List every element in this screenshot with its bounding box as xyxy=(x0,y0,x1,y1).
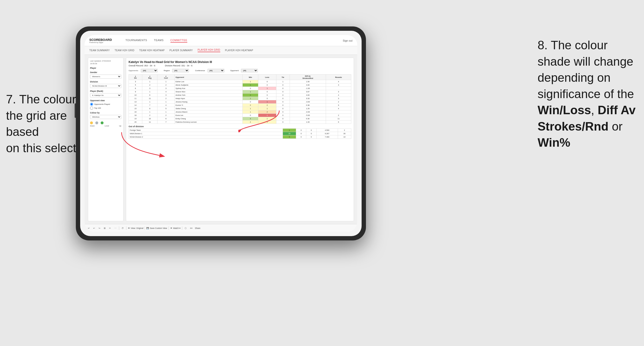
ann-right-or: or xyxy=(612,120,622,133)
view-original-btn[interactable]: 👁 View: Original xyxy=(128,227,143,229)
logo-subtitle: Powered by clippd xyxy=(89,42,119,43)
cut-btn[interactable]: ✂ xyxy=(108,226,112,230)
cell-loss: 0 xyxy=(258,94,276,97)
cell-opponent: Andrea York xyxy=(174,94,243,97)
out-of-division-label: Out of division xyxy=(128,124,351,128)
cell-div: 13 xyxy=(129,100,142,104)
cell-win: 0 xyxy=(243,100,258,104)
colour-by-select[interactable]: Win/loss xyxy=(90,115,121,119)
clock-btn[interactable]: ⏱ xyxy=(120,226,125,230)
bottom-toolbar: ↩ ↩ ↪ ⊞ ✂ ⋯ ⏱ 👁 View: Original 💾 Save Cu… xyxy=(84,224,357,232)
share-btn[interactable]: Share xyxy=(195,227,200,229)
save-custom-label: Save Custom View xyxy=(150,227,167,229)
more-btn[interactable]: ⋯ xyxy=(114,226,118,230)
cell-conf: 5 xyxy=(158,107,174,110)
subnav-player-h2h-heatmap[interactable]: PLAYER H2H HEATMAP xyxy=(225,49,253,52)
cell-reg: 1 xyxy=(142,90,158,94)
cell-conf: 2 xyxy=(158,114,174,117)
cell-out-diff: 7.400 xyxy=(316,135,338,139)
tb-btn2[interactable]: ≡≡ xyxy=(189,226,194,230)
cell-rounds xyxy=(326,110,351,114)
cell-win: 1 xyxy=(243,107,258,110)
grid-title: Katelyn Vo Head-to-Head Grid for Women's… xyxy=(128,60,351,64)
grid-btn[interactable]: ⊞ xyxy=(103,226,107,230)
filter-region-label: Region xyxy=(164,69,170,72)
cell-diff: 0.30 xyxy=(290,117,326,121)
cell-loss: 2 xyxy=(258,104,276,107)
filter-conference-select[interactable]: (All) xyxy=(208,69,224,72)
cell-conf: 7 xyxy=(158,121,174,124)
cell-out-loss: 0 xyxy=(296,132,306,135)
cell-out-rounds: 2 xyxy=(338,129,351,132)
cell-opponent: Jessica Huang xyxy=(174,100,243,104)
cell-opponent: Jessica Mason xyxy=(174,110,243,114)
radio-top100[interactable]: Top 100 xyxy=(90,107,121,110)
table-header-row: # Div # Reg # Conf xyxy=(129,75,351,80)
cell-diff: -3.00 xyxy=(290,100,326,104)
colour-by-label: Colour by xyxy=(90,112,121,114)
ann-right-bold2: Diff Av xyxy=(598,103,636,117)
cell-div: 18 xyxy=(129,114,142,117)
table-row: 9 1 4 Sharon Mun 1 0 0 3.67 3 xyxy=(129,90,351,94)
subnav-team-h2h-grid[interactable]: TEAM H2H GRID xyxy=(114,49,134,52)
cell-reg: 6 xyxy=(142,94,158,97)
cell-diff: 3.67 xyxy=(290,90,326,94)
cell-win: 1 xyxy=(243,110,258,114)
cell-out-tie: 0 xyxy=(306,132,316,135)
table-row: 11 11 2 Heejo Hyun 1 0 0 3.33 3 xyxy=(129,97,351,100)
cell-div: 16 xyxy=(129,110,142,114)
cell-out-win: 15 xyxy=(283,132,296,135)
nav-teams[interactable]: TEAMS xyxy=(154,39,164,42)
redo-btn[interactable]: ↪ xyxy=(98,226,101,230)
cell-div: 3 xyxy=(129,80,142,83)
subnav-team-summary[interactable]: TEAM SUMMARY xyxy=(89,49,110,52)
save-icon: 💾 xyxy=(146,227,149,229)
cell-rounds: 4 xyxy=(326,107,351,110)
cell-out-win: 5 xyxy=(283,135,296,139)
cell-opponent: Stella Cheng xyxy=(174,107,243,110)
subnav-player-h2h-grid[interactable]: PLAYER H2H GRID xyxy=(198,49,220,52)
player-rank-select[interactable]: 8. Katelyn Vo xyxy=(90,93,121,97)
radio-opponents-played[interactable]: Opponents Played xyxy=(90,103,121,106)
gender-select[interactable]: Women's xyxy=(90,75,121,79)
cell-rounds: 6 xyxy=(326,121,351,124)
cell-loss: 1 xyxy=(258,121,276,124)
filter-region-select[interactable]: (All) xyxy=(172,69,189,72)
cell-opponent: Esther Lee xyxy=(174,80,243,83)
nav-sign-out[interactable]: Sign out xyxy=(343,39,352,42)
watch-label: Watch ▾ xyxy=(173,227,180,229)
filter-opponents-select[interactable]: (All) xyxy=(141,69,158,72)
cell-win: 2 xyxy=(243,104,258,107)
save-custom-btn[interactable]: 💾 Save Custom View xyxy=(146,227,167,229)
subnav-player-summary[interactable]: PLAYER SUMMARY xyxy=(170,49,193,52)
main-content: Last Updated: 27/03/2024 16:55:38 Player… xyxy=(84,55,357,224)
cell-out-loss: 0 xyxy=(296,129,306,132)
cell-div: 19 xyxy=(129,117,142,121)
undo-btn[interactable]: ↩ xyxy=(87,226,91,230)
cell-out-diff: 9.267 xyxy=(316,132,338,135)
cell-out-tie: 0 xyxy=(306,129,316,132)
table-row: 13 1 1 Jessica Huang 0 1 0 -3.00 2 xyxy=(129,100,351,104)
view-icon: 👁 xyxy=(128,227,130,229)
filter-opponent-select[interactable]: (All) xyxy=(241,69,258,72)
cell-reg: 2 xyxy=(142,114,158,117)
cell-tie: 0 xyxy=(276,107,290,110)
table-row: 16 1 1 Jessica Mason 1 2 0 -0.94 xyxy=(129,110,351,114)
cell-win: 4 xyxy=(243,117,258,121)
division-label: Division xyxy=(90,81,121,83)
tb-btn1[interactable]: ⬡ xyxy=(184,226,188,230)
nav-tournaments[interactable]: TOURNAMENTS xyxy=(126,39,147,42)
filter-conference-label: Conference xyxy=(195,69,205,72)
cell-conf: 2 xyxy=(158,97,174,100)
division-select[interactable]: NCAA Division III xyxy=(90,84,121,88)
cell-loss: 1 xyxy=(258,100,276,104)
undo2-btn[interactable]: ↩ xyxy=(92,226,96,230)
nav-committee[interactable]: COMMITTEE xyxy=(170,39,188,42)
subnav-team-h2h-heatmap[interactable]: TEAM H2H HEATMAP xyxy=(139,49,165,52)
table-row: 6 3 3 Sydney Kuo 0 1 0 -1.00 xyxy=(129,87,351,90)
cell-tie: 0 xyxy=(276,97,290,100)
cell-out-rounds: 30 xyxy=(338,132,351,135)
cell-tie: 0 xyxy=(276,104,290,107)
watch-btn[interactable]: 👁 Watch ▾ xyxy=(170,227,180,229)
cell-reg: 11 xyxy=(142,97,158,100)
